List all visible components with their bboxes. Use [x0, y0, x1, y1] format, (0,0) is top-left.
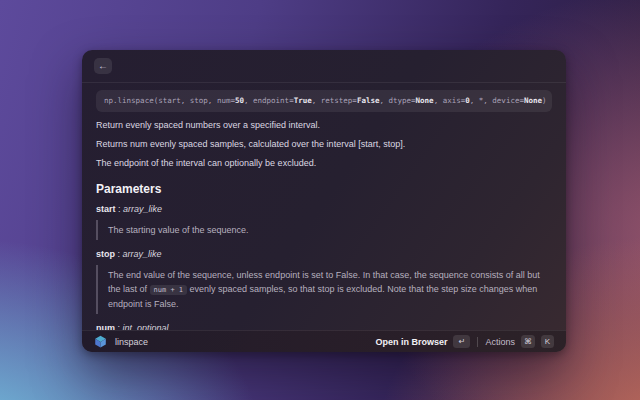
- footer-title: linspace: [115, 337, 148, 347]
- open-in-browser-label: Open in Browser: [375, 337, 447, 347]
- sig-default-value: False: [357, 96, 380, 105]
- enter-key-icon: ↵: [459, 338, 466, 346]
- actions-label: Actions: [485, 337, 515, 347]
- k-key-badge: K: [541, 335, 554, 348]
- description-text: The starting value of the sequence.: [108, 225, 249, 235]
- enter-key-badge: ↵: [453, 335, 470, 348]
- param-colon: :: [115, 249, 123, 259]
- numpy-logo-icon: [94, 335, 107, 348]
- param-name: num: [96, 323, 115, 330]
- parameters-heading: Parameters: [96, 182, 552, 196]
- raycast-doc-window: ← np.linspace(start, stop, num=50, endpo…: [82, 50, 566, 352]
- intro-paragraph: Returns num evenly spaced samples, calcu…: [96, 138, 552, 150]
- sig-text: , endpoint=: [244, 96, 294, 105]
- k-key-label: K: [545, 338, 550, 346]
- actions-menu-button[interactable]: Actions ⌘ K: [485, 335, 554, 348]
- param-start-description: The starting value of the sequence.: [96, 220, 552, 240]
- function-signature: np.linspace(start, stop, num=50, endpoin…: [96, 90, 552, 112]
- sig-default-value: None: [416, 96, 434, 105]
- param-name: start: [96, 204, 116, 214]
- sig-text: , retstep=: [312, 96, 357, 105]
- sig-default-value: True: [294, 96, 312, 105]
- sig-text: , *, device=: [470, 96, 524, 105]
- intro-paragraph: The endpoint of the interval can optiona…: [96, 157, 552, 169]
- param-stop-description: The end value of the sequence, unless en…: [96, 265, 552, 314]
- param-colon: :: [116, 204, 124, 214]
- footer-actions: Open in Browser ↵ Actions ⌘ K: [375, 335, 554, 348]
- sig-text: , axis=: [434, 96, 466, 105]
- sig-text: ): [542, 96, 547, 105]
- doc-content: np.linspace(start, stop, num=50, endpoin…: [82, 83, 566, 330]
- desktop-background: ← np.linspace(start, stop, num=50, endpo…: [0, 0, 640, 400]
- back-arrow-icon: ←: [98, 61, 108, 71]
- param-stop: stop : array_like: [96, 249, 552, 260]
- sig-text: np.linspace(start, stop, num=: [104, 96, 235, 105]
- back-button[interactable]: ←: [94, 58, 112, 74]
- param-colon: :: [115, 323, 123, 330]
- intro-paragraph: Return evenly spaced numbers over a spec…: [96, 119, 552, 131]
- sig-default-value: 50: [235, 96, 244, 105]
- param-type: int, optional: [123, 323, 169, 330]
- param-num: num : int, optional: [96, 323, 552, 330]
- sig-text: , dtype=: [379, 96, 415, 105]
- command-key-badge: ⌘: [521, 335, 535, 348]
- param-start: start : array_like: [96, 204, 552, 215]
- param-name: stop: [96, 249, 115, 259]
- sig-default-value: None: [524, 96, 542, 105]
- param-type: array_like: [123, 249, 162, 259]
- param-type: array_like: [123, 204, 162, 214]
- command-key-icon: ⌘: [524, 338, 532, 346]
- window-header: ←: [82, 50, 566, 83]
- window-footer: linspace Open in Browser ↵ Actions ⌘ K: [82, 330, 566, 352]
- open-in-browser-button[interactable]: Open in Browser ↵: [375, 335, 470, 348]
- inline-code-chip: num + 1: [150, 285, 188, 295]
- footer-separator: [477, 337, 478, 347]
